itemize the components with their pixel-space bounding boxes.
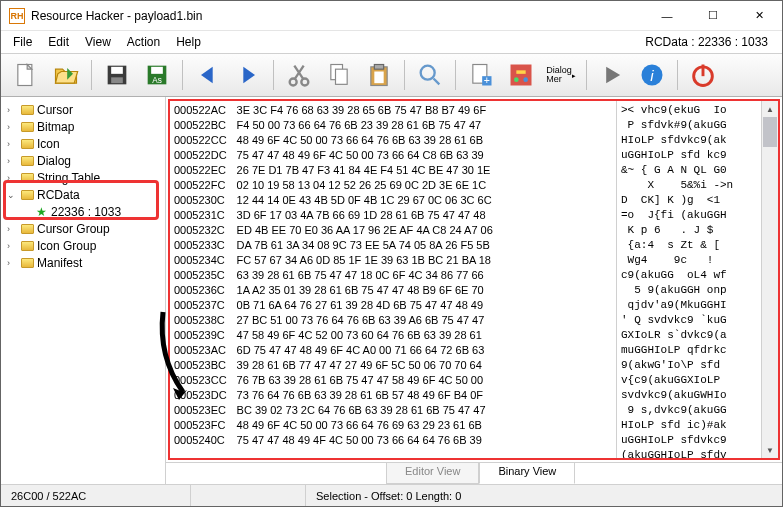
scroll-up-icon[interactable]: ▲ [762,101,778,117]
svg-point-15 [421,66,435,80]
toolbar-separator [182,60,183,90]
tab-binary-view[interactable]: Binary View [479,463,575,484]
hex-bytes: 3E 3C F4 76 68 63 39 28 65 6B 75 47 B8 B… [227,103,493,456]
status-empty [191,485,306,506]
svg-rect-20 [511,65,532,86]
menu-edit[interactable]: Edit [40,33,77,51]
menubar: File Edit View Action Help RCData : 2233… [1,31,782,53]
forward-button[interactable] [229,56,267,94]
copy-button[interactable] [320,56,358,94]
scroll-down-icon[interactable]: ▼ [762,442,778,458]
dialog-button[interactable]: DialogMer▸ [542,56,580,94]
status-selection: Selection - Offset: 0 Length: 0 [306,485,782,506]
rc-button[interactable] [502,56,540,94]
svg-rect-3 [111,67,123,74]
save-button[interactable] [98,56,136,94]
add-resource-button[interactable]: + [462,56,500,94]
tree-item[interactable]: ⌄RCData [3,186,163,203]
resource-tree[interactable]: ›Cursor›Bitmap›Icon›Dialog›String Table⌄… [1,97,166,484]
toolbar-separator [586,60,587,90]
hex-view[interactable]: 000522AC 000522BC 000522CC 000522DC 0005… [168,99,780,460]
toolbar-separator [677,60,678,90]
menu-file[interactable]: File [5,33,40,51]
statusbar: 26C00 / 522AC Selection - Offset: 0 Leng… [1,484,782,506]
maximize-button[interactable]: ☐ [690,1,736,31]
status-offset: 26C00 / 522AC [1,485,191,506]
save-as-button[interactable]: As [138,56,176,94]
svg-point-23 [523,77,528,82]
close-button[interactable]: ✕ [736,1,782,31]
toolbar: As + DialogMer▸ i [1,53,782,97]
menu-action[interactable]: Action [119,33,168,51]
tree-item[interactable]: ›Icon [3,135,163,152]
toolbar-separator [273,60,274,90]
run-button[interactable] [593,56,631,94]
tree-item[interactable]: ›String Table [3,169,163,186]
tab-editor-view[interactable]: Editor View [386,463,479,484]
svg-rect-14 [374,72,383,84]
toolbar-separator [91,60,92,90]
menu-view[interactable]: View [77,33,119,51]
svg-text:+: + [484,74,490,86]
tree-item[interactable]: ›Dialog [3,152,163,169]
scrollbar[interactable]: ▲ ▼ [761,101,778,458]
tree-item[interactable]: ›Manifest [3,254,163,271]
content-panel: 000522AC 000522BC 000522CC 000522DC 0005… [166,97,782,484]
main-area: ›Cursor›Bitmap›Icon›Dialog›String Table⌄… [1,97,782,484]
svg-rect-13 [374,65,383,70]
back-button[interactable] [189,56,227,94]
svg-point-9 [301,79,308,86]
tree-item-child[interactable]: ★22336 : 1033 [3,203,163,220]
svg-text:As: As [152,76,162,85]
path-indicator: RCData : 22336 : 1033 [645,35,778,49]
tree-item[interactable]: ›Icon Group [3,237,163,254]
tree-item[interactable]: ›Bitmap [3,118,163,135]
window-title: Resource Hacker - payload1.bin [31,9,644,23]
new-file-button[interactable] [7,56,45,94]
tree-item[interactable]: ›Cursor [3,101,163,118]
scroll-thumb[interactable] [763,117,777,147]
paste-button[interactable] [360,56,398,94]
app-icon: RH [9,8,25,24]
svg-point-22 [514,77,519,82]
toolbar-separator [404,60,405,90]
cut-button[interactable] [280,56,318,94]
info-button[interactable]: i [633,56,671,94]
view-tabs: Editor View Binary View [166,462,782,484]
tree-item[interactable]: ›Cursor Group [3,220,163,237]
hex-ascii: >< vhc9(ekuG Io P sfdvk#9(akuGG HIoLP sf… [616,101,761,458]
search-button[interactable] [411,56,449,94]
svg-rect-4 [111,77,123,83]
svg-rect-21 [516,70,525,74]
svg-point-8 [290,79,297,86]
toolbar-separator [455,60,456,90]
titlebar: RH Resource Hacker - payload1.bin — ☐ ✕ [1,1,782,31]
menu-help[interactable]: Help [168,33,209,51]
open-file-button[interactable] [47,56,85,94]
hex-addresses: 000522AC 000522BC 000522CC 000522DC 0005… [174,103,227,456]
minimize-button[interactable]: — [644,1,690,31]
svg-rect-11 [336,69,348,84]
svg-rect-6 [151,67,163,74]
power-button[interactable] [684,56,722,94]
svg-line-16 [434,79,440,85]
